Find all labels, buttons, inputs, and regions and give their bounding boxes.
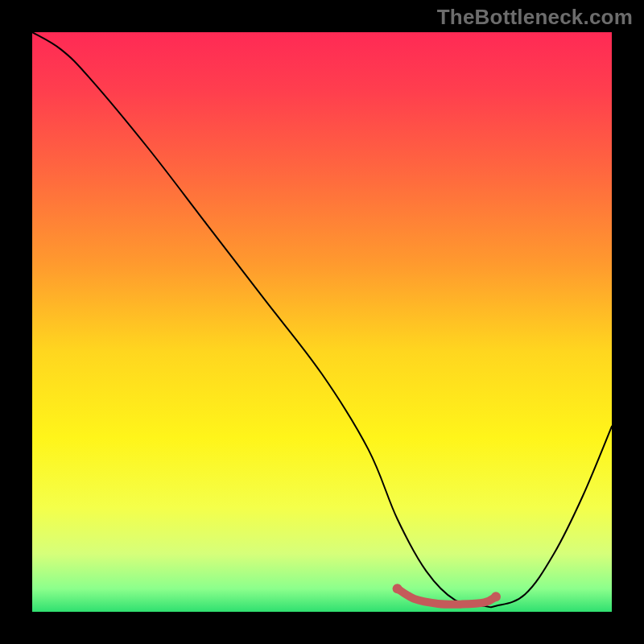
chart-svg [32, 32, 612, 612]
plot-area [32, 32, 612, 612]
chart-frame: TheBottleneck.com [0, 0, 644, 644]
optimal-band-start-dot [393, 584, 402, 593]
optimal-band-end-dot [491, 592, 501, 601]
gradient-background [32, 32, 612, 612]
watermark-text: TheBottleneck.com [437, 5, 633, 30]
